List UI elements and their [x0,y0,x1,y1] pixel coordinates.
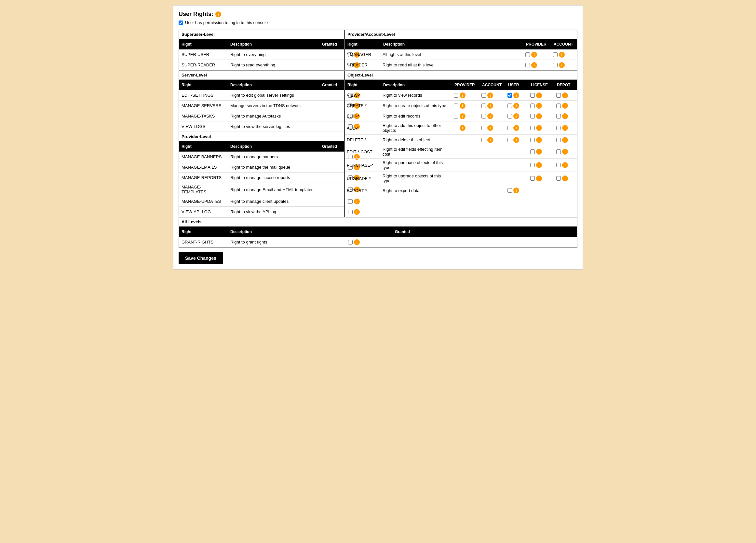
row-info-icon[interactable]: i [531,52,537,58]
row-info-icon[interactable]: i [562,113,568,119]
row-info-icon[interactable]: i [562,125,568,131]
provider-checkbox[interactable] [525,63,530,67]
server-col-headers: Right Description Granted [179,80,344,90]
account-empty [479,189,506,192]
row-info-icon[interactable]: i [536,92,542,98]
table-row: MANAGE-REPORTS Right to manage lincese r… [179,172,344,183]
provider-checkbox[interactable] [454,126,458,130]
right-name: VIEW-* [345,91,381,99]
account-checkbox[interactable] [553,52,558,57]
right-name: ADD-* [345,124,381,132]
server-provider-left: Server-Level Right Description Granted E… [179,71,345,217]
all-levels-label: All-Levels [179,217,577,226]
provider-checkbox[interactable] [454,114,458,118]
row-info-icon[interactable]: i [536,137,542,143]
row-info-icon[interactable]: i [562,137,568,143]
license-checkbox[interactable] [530,149,535,154]
title-text: User Rights: [179,11,213,18]
row-info-icon[interactable]: i [562,92,568,98]
depot-checkbox[interactable] [556,176,561,181]
user-checkbox[interactable] [507,126,512,130]
depot-check: i [554,101,577,110]
depot-checkbox[interactable] [556,149,561,154]
row-info-icon[interactable]: i [487,125,493,131]
row-info-icon[interactable]: i [487,137,493,143]
granted-checkbox[interactable] [348,240,353,244]
pa-col-account: ACCOUNT [551,40,577,48]
depot-checkbox[interactable] [556,138,561,142]
save-changes-button[interactable]: Save Changes [179,252,223,264]
user-checkbox[interactable] [507,188,512,193]
provider-checkbox[interactable] [454,93,458,98]
row-info-icon[interactable]: i [487,92,493,98]
right-name: VIEW-LOGS [179,122,228,130]
depot-check: i [554,123,577,132]
row-info-icon[interactable]: i [513,103,519,109]
license-checkbox[interactable] [530,176,535,181]
provider-checkbox[interactable] [454,103,458,108]
license-checkbox[interactable] [530,93,535,98]
row-info-icon[interactable]: i [513,137,519,143]
account-checkbox[interactable] [481,138,486,142]
license-checkbox[interactable] [530,103,535,108]
depot-checkbox[interactable] [556,126,561,130]
row-info-icon[interactable]: i [460,125,466,131]
license-checkbox[interactable] [530,126,535,130]
license-check: i [528,91,554,100]
row-info-icon[interactable]: i [487,103,493,109]
right-desc: Right to manage Email and HTML templates [228,185,345,194]
license-checkbox[interactable] [530,114,535,118]
account-checkbox[interactable] [481,93,486,98]
su-col-right: Right [179,40,228,48]
license-checkbox[interactable] [530,138,535,142]
license-check: i [528,160,554,170]
row-info-icon[interactable]: i [487,113,493,119]
account-checkbox[interactable] [481,126,486,130]
row-info-icon[interactable]: i [536,113,542,119]
row-info-icon[interactable]: i [562,175,568,181]
depot-checkbox[interactable] [556,163,561,167]
user-checkbox[interactable] [507,114,512,118]
title-info-icon[interactable]: i [215,11,221,17]
row-info-icon[interactable]: i [559,62,565,68]
login-permission-row: User has permission to log in to this co… [179,20,577,25]
obj-col-desc: Description [381,81,452,89]
row-info-icon[interactable]: i [354,239,360,245]
depot-checkbox[interactable] [556,103,561,108]
user-checkbox[interactable] [507,138,512,142]
account-checkbox[interactable] [553,63,558,67]
row-info-icon[interactable]: i [536,149,542,155]
depot-checkbox[interactable] [556,93,561,98]
row-info-icon[interactable]: i [559,52,565,58]
row-info-icon[interactable]: i [562,149,568,155]
provider-checkbox[interactable] [525,52,530,57]
row-info-icon[interactable]: i [562,103,568,109]
right-desc: Right to manage the mail queue [228,163,345,171]
user-checkbox[interactable] [507,93,512,98]
row-info-icon[interactable]: i [531,62,537,68]
right-name: CREATE-* [345,102,381,110]
row-info-icon[interactable]: i [536,175,542,181]
table-row: CREATE-* Right to create objects of this… [345,101,577,111]
row-info-icon[interactable]: i [460,92,466,98]
right-desc: Right to read all at this level [381,61,523,69]
row-info-icon[interactable]: i [536,103,542,109]
row-info-icon[interactable]: i [513,187,519,193]
depot-checkbox[interactable] [556,114,561,118]
row-info-icon[interactable]: i [513,113,519,119]
row-info-icon[interactable]: i [536,162,542,168]
row-info-icon[interactable]: i [513,125,519,131]
row-info-icon[interactable]: i [562,162,568,168]
account-checkbox[interactable] [481,103,486,108]
account-checkbox[interactable] [481,114,486,118]
row-info-icon[interactable]: i [536,125,542,131]
license-check: i [528,101,554,110]
row-info-icon[interactable]: i [513,92,519,98]
row-info-icon[interactable]: i [460,113,466,119]
login-permission-checkbox[interactable] [179,20,183,25]
license-checkbox[interactable] [530,163,535,167]
user-checkbox[interactable] [507,103,512,108]
row-info-icon[interactable]: i [460,103,466,109]
license-check: i [528,135,554,144]
user-empty [506,163,528,167]
